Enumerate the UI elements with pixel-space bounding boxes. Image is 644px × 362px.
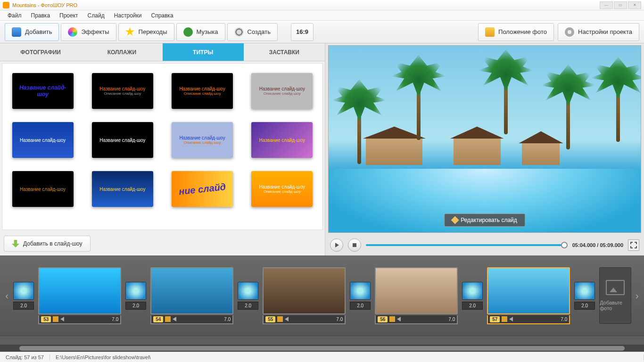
slide-thumb bbox=[263, 267, 346, 314]
timeline-slide[interactable]: 537.0 bbox=[38, 267, 121, 324]
menubar: Файл Правка Проект Слайд Настройки Справ… bbox=[0, 10, 644, 21]
sound-icon[interactable] bbox=[173, 317, 176, 321]
timeline-slide[interactable]: 577.0 bbox=[487, 267, 570, 324]
title-template[interactable]: Название слайд-шоу bbox=[12, 73, 74, 109]
stop-icon bbox=[353, 243, 356, 247]
pencil-icon[interactable] bbox=[165, 316, 171, 322]
photo-icon bbox=[485, 27, 495, 37]
add-to-slideshow-button[interactable]: Добавить в слайд-шоу bbox=[4, 236, 91, 252]
title-template[interactable]: Название слайд-шоуОписание слайд-шоу bbox=[251, 73, 313, 109]
add-photo-placeholder[interactable]: Добавьте фото bbox=[599, 267, 631, 324]
window-title: Mountains - ФотоШОУ PRO bbox=[12, 2, 77, 8]
transition-duration: 2.0 bbox=[238, 302, 258, 310]
aspect-ratio[interactable]: 16:9 bbox=[291, 23, 314, 41]
slide-thumb bbox=[38, 267, 121, 314]
timeline: ‹ 2.0537.02.0547.02.0557.02.0567.02.0577… bbox=[0, 255, 644, 336]
title-template[interactable]: Название слайд-шоу bbox=[12, 122, 74, 158]
play-button[interactable] bbox=[330, 239, 343, 252]
subtab-titles[interactable]: ТИТРЫ bbox=[163, 43, 244, 61]
seek-slider[interactable] bbox=[366, 244, 568, 246]
transition-duration: 2.0 bbox=[125, 302, 146, 310]
maximize-button[interactable]: ▭ bbox=[614, 1, 627, 9]
slide-number: 54 bbox=[153, 316, 163, 322]
project-settings-button[interactable]: Настройки проекта bbox=[558, 23, 639, 41]
title-template[interactable]: ние слайд bbox=[172, 171, 233, 207]
timeline-prev-button[interactable]: ‹ bbox=[5, 286, 9, 305]
title-template[interactable]: Название слайд-шоу bbox=[251, 122, 313, 158]
subtab-collages[interactable]: КОЛЛАЖИ bbox=[81, 43, 162, 61]
right-panel: Редактировать слайд 05:04.000 / 05:09.00… bbox=[325, 43, 644, 255]
transition-item[interactable]: 2.0 bbox=[574, 282, 595, 310]
template-list[interactable]: Название слайд-шоуНазвание слайд-шоуОпис… bbox=[2, 63, 323, 230]
menu-edit[interactable]: Правка bbox=[26, 12, 55, 19]
music-button[interactable]: Музыка bbox=[176, 23, 225, 41]
transition-thumb bbox=[574, 282, 595, 300]
transition-thumb bbox=[238, 282, 258, 300]
menu-file[interactable]: Файл bbox=[3, 12, 26, 19]
sound-icon[interactable] bbox=[397, 317, 401, 321]
arrow-down-icon bbox=[12, 240, 19, 247]
slide-duration: 7.0 bbox=[112, 317, 118, 322]
pencil-icon[interactable] bbox=[53, 316, 58, 322]
subtab-photos[interactable]: ФОТОГРАФИИ bbox=[0, 43, 81, 61]
minimize-button[interactable]: — bbox=[600, 1, 613, 9]
edit-slide-button[interactable]: Редактировать слайд bbox=[444, 214, 525, 227]
add-button[interactable]: Добавить bbox=[5, 23, 59, 41]
pencil-icon[interactable] bbox=[502, 316, 507, 322]
disc-icon bbox=[234, 27, 244, 37]
title-template[interactable]: Название слайд-шоуОписание слайд-шоу bbox=[172, 73, 233, 109]
title-template[interactable]: Название слайд-шоуОписание слайд-шоу bbox=[172, 122, 233, 158]
status-path: E:\Users\En\Pictures\for slideshow\trave… bbox=[50, 354, 644, 360]
image-icon bbox=[606, 280, 625, 295]
transition-thumb bbox=[350, 282, 371, 300]
transition-item[interactable]: 2.0 bbox=[237, 282, 259, 310]
slide-number: 57 bbox=[490, 316, 500, 322]
transitions-button[interactable]: Переходы bbox=[118, 23, 174, 41]
subtabs: ФОТОГРАФИИ КОЛЛАЖИ ТИТРЫ ЗАСТАВКИ bbox=[0, 43, 325, 61]
transition-thumb bbox=[462, 282, 483, 300]
title-template[interactable]: Название слайд-шоу bbox=[92, 171, 153, 207]
create-button[interactable]: Создать bbox=[227, 23, 278, 41]
left-panel: ФОТОГРАФИИ КОЛЛАЖИ ТИТРЫ ЗАСТАВКИ Назван… bbox=[0, 43, 325, 255]
subtab-intros[interactable]: ЗАСТАВКИ bbox=[244, 43, 325, 61]
menu-help[interactable]: Справка bbox=[146, 12, 178, 19]
transition-item[interactable]: 2.0 bbox=[13, 282, 34, 310]
fullscreen-button[interactable] bbox=[628, 239, 639, 251]
audio-track[interactable] bbox=[0, 336, 644, 345]
sound-icon[interactable] bbox=[509, 317, 513, 321]
transition-item[interactable]: 2.0 bbox=[462, 282, 483, 310]
slide-number: 55 bbox=[265, 316, 275, 322]
status-slide-count: Слайд: 57 из 57 bbox=[0, 354, 50, 360]
transition-item[interactable]: 2.0 bbox=[349, 282, 371, 310]
timeline-next-button[interactable]: › bbox=[635, 286, 639, 305]
timeline-slide[interactable]: 547.0 bbox=[150, 267, 233, 324]
stop-button[interactable] bbox=[348, 239, 361, 252]
slide-duration: 7.0 bbox=[336, 317, 343, 322]
timeline-scrollbar[interactable] bbox=[0, 345, 644, 352]
transition-duration: 2.0 bbox=[13, 302, 34, 310]
timeline-slide[interactable]: 567.0 bbox=[375, 267, 458, 324]
star-icon bbox=[125, 27, 135, 37]
menu-settings[interactable]: Настройки bbox=[109, 12, 147, 19]
pencil-icon[interactable] bbox=[389, 316, 395, 322]
slide-duration: 7.0 bbox=[561, 317, 567, 322]
menu-slide[interactable]: Слайд bbox=[83, 12, 109, 19]
transition-thumb bbox=[13, 282, 34, 300]
playback-controls: 05:04.000 / 05:09.000 bbox=[325, 235, 644, 255]
effects-button[interactable]: Эффекты bbox=[61, 23, 116, 41]
title-template[interactable]: Название слайд-шоуОписание слайд-шоу bbox=[251, 171, 313, 207]
close-button[interactable]: ✕ bbox=[628, 1, 641, 9]
slide-number: 53 bbox=[41, 316, 51, 322]
title-template[interactable]: Название слайд-шоу bbox=[92, 122, 153, 158]
slide-number: 56 bbox=[378, 316, 388, 322]
menu-project[interactable]: Проект bbox=[55, 12, 83, 19]
title-template[interactable]: Название слайд-шоу bbox=[12, 171, 74, 207]
title-template[interactable]: Название слайд-шоуОписание слайд-шоу bbox=[92, 73, 153, 109]
transition-item[interactable]: 2.0 bbox=[125, 282, 147, 310]
photo-position-button[interactable]: Положение фото bbox=[478, 23, 554, 41]
pencil-icon[interactable] bbox=[277, 316, 283, 322]
sound-icon[interactable] bbox=[285, 317, 289, 321]
timeline-slide[interactable]: 557.0 bbox=[263, 267, 346, 324]
statusbar: Слайд: 57 из 57 E:\Users\En\Pictures\for… bbox=[0, 352, 644, 362]
sound-icon[interactable] bbox=[60, 317, 64, 321]
